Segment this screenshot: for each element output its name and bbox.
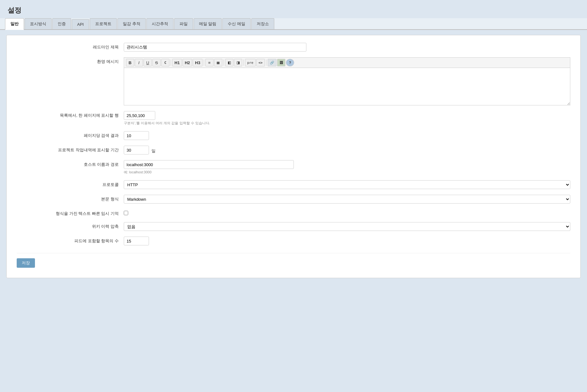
tab-auth[interactable]: 인증 xyxy=(52,18,71,29)
tab-display[interactable]: 표시방식 xyxy=(25,18,52,29)
toolbar: B I U S C H1 H2 H3 ≡ ≣ ◧ ◨ pre xyxy=(124,57,570,68)
cache-label: 형식을 가진 텍스트 빠른 임시 기억 xyxy=(17,209,124,216)
main-content: 레드마인 제목 환영 메시지 B I U S C H1 H2 H3 xyxy=(0,30,587,283)
tab-files[interactable]: 파일 xyxy=(174,18,193,29)
feed-items-label: 피드에 포함할 항목의 수 xyxy=(17,237,124,244)
rows-per-page-hint: 구분자','를 이용해서 여러 개의 값을 입력할 수 있습니다. xyxy=(124,121,570,126)
h3-button[interactable]: H3 xyxy=(193,59,202,66)
activity-days-unit: 일 xyxy=(151,147,156,154)
search-results-field xyxy=(124,131,570,140)
tab-storage[interactable]: 저장소 xyxy=(251,18,274,29)
wiki-compress-row: 위키 이력 압축 없음 gzip xyxy=(17,222,570,231)
activity-days-label: 프로젝트 작업내역에 표시할 기간 xyxy=(17,146,124,153)
tab-general[interactable]: 일반 xyxy=(5,18,24,30)
italic-button[interactable]: I xyxy=(135,59,143,66)
cache-checkbox[interactable] xyxy=(124,211,128,215)
toolbar-sep-5 xyxy=(266,59,266,66)
ordered-list-button[interactable]: ≣ xyxy=(214,59,222,66)
text-format-select[interactable]: Markdown Textile 일반 텍스트 xyxy=(124,195,570,204)
settings-panel: 레드마인 제목 환영 메시지 B I U S C H1 H2 H3 xyxy=(6,35,581,278)
text-format-field: Markdown Textile 일반 텍스트 xyxy=(124,195,570,204)
rows-per-page-input[interactable] xyxy=(124,111,155,120)
tab-email-alerts[interactable]: 메일 알림 xyxy=(194,18,222,29)
tab-projects[interactable]: 프로젝트 xyxy=(90,18,117,29)
link-button[interactable]: 🔗 xyxy=(268,59,276,66)
search-results-label: 페이지당 검색 결과 xyxy=(17,131,124,138)
image-button[interactable]: 🖼 xyxy=(277,59,285,66)
activity-days-row: 프로젝트 작업내역에 표시할 기간 일 xyxy=(17,146,570,154)
h2-button[interactable]: H2 xyxy=(183,59,192,66)
rows-per-page-label: 목록에서, 한 페이지에 표시할 행 xyxy=(17,111,124,118)
tab-receive-mail[interactable]: 수신 메일 xyxy=(222,18,251,29)
toolbar-sep-3 xyxy=(224,59,224,66)
host-label: 호스트 이름과 경로 xyxy=(17,160,124,167)
unordered-list-button[interactable]: ≡ xyxy=(205,59,214,66)
search-results-input[interactable] xyxy=(124,131,149,140)
feed-items-field xyxy=(124,237,570,245)
h1-button[interactable]: H1 xyxy=(172,59,182,66)
toolbar-sep-1 xyxy=(171,59,171,66)
activity-days-input[interactable] xyxy=(124,146,149,154)
redmine-title-input[interactable] xyxy=(124,43,306,52)
pre-button[interactable]: pre xyxy=(245,59,256,66)
host-field: 예: localhost:3000 xyxy=(124,160,570,175)
redmine-title-label: 레드마인 제목 xyxy=(17,43,124,50)
tab-daily-tracking[interactable]: 일감 추적 xyxy=(117,18,146,29)
page-title: 설정 xyxy=(8,6,579,15)
save-section: 저장 xyxy=(17,253,570,268)
tab-api[interactable]: API xyxy=(72,19,89,29)
align-right-button[interactable]: ◨ xyxy=(234,59,242,66)
protocol-field: HTTP HTTPS xyxy=(124,180,570,189)
align-left-button[interactable]: ◧ xyxy=(225,59,233,66)
underline-button[interactable]: U xyxy=(144,59,152,66)
protocol-label: 프로토콜 xyxy=(17,180,124,188)
protocol-row: 프로토콜 HTTP HTTPS xyxy=(17,180,570,189)
wiki-compress-label: 위키 이력 압축 xyxy=(17,222,124,229)
toolbar-sep-4 xyxy=(243,59,244,66)
redmine-title-field xyxy=(124,43,570,52)
feed-items-input[interactable] xyxy=(124,237,149,245)
page-header: 설정 xyxy=(0,0,587,18)
welcome-message-textarea[interactable] xyxy=(124,68,570,105)
strikethrough-button[interactable]: S xyxy=(152,59,161,66)
text-format-label: 본문 형식 xyxy=(17,195,124,202)
save-button[interactable]: 저장 xyxy=(17,258,35,268)
feed-items-row: 피드에 포함할 항목의 수 xyxy=(17,237,570,245)
tabs-bar: 일반 표시방식 인증 API 프로젝트 일감 추적 시간추적 파일 메일 알림 … xyxy=(0,18,587,30)
host-hint: 예: localhost:3000 xyxy=(124,170,570,175)
redmine-title-row: 레드마인 제목 xyxy=(17,43,570,52)
welcome-message-row: 환영 메시지 B I U S C H1 H2 H3 ≡ ≣ ◧ xyxy=(17,57,570,105)
code-inline-button[interactable]: C xyxy=(161,59,169,66)
welcome-message-field: B I U S C H1 H2 H3 ≡ ≣ ◧ ◨ pre xyxy=(124,57,570,105)
text-format-row: 본문 형식 Markdown Textile 일반 텍스트 xyxy=(17,195,570,204)
protocol-select[interactable]: HTTP HTTPS xyxy=(124,180,570,189)
wiki-compress-field: 없음 gzip xyxy=(124,222,570,231)
toolbar-sep-2 xyxy=(204,59,204,66)
search-results-row: 페이지당 검색 결과 xyxy=(17,131,570,140)
host-row: 호스트 이름과 경로 예: localhost:3000 xyxy=(17,160,570,175)
bold-button[interactable]: B xyxy=(126,59,134,66)
rows-per-page-row: 목록에서, 한 페이지에 표시할 행 구분자','를 이용해서 여러 개의 값을… xyxy=(17,111,570,126)
code-block-button[interactable]: <> xyxy=(256,59,265,66)
tab-time-tracking[interactable]: 시간추적 xyxy=(146,18,174,29)
wiki-compress-select[interactable]: 없음 gzip xyxy=(124,222,570,231)
help-button[interactable]: ? xyxy=(286,59,294,66)
cache-field xyxy=(124,209,570,215)
cache-row: 형식을 가진 텍스트 빠른 임시 기억 xyxy=(17,209,570,216)
rows-per-page-field: 구분자','를 이용해서 여러 개의 값을 입력할 수 있습니다. xyxy=(124,111,570,126)
welcome-message-label: 환영 메시지 xyxy=(17,57,124,64)
activity-days-field: 일 xyxy=(124,146,570,154)
host-input[interactable] xyxy=(124,160,294,169)
